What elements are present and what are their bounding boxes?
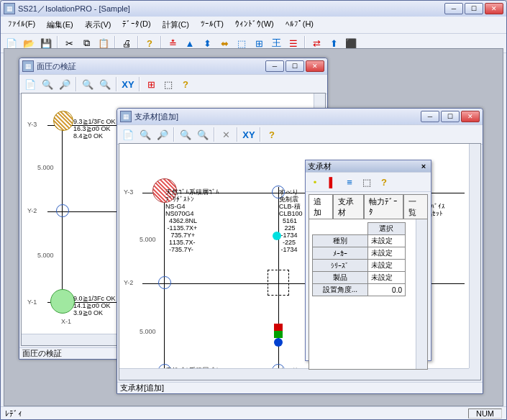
zoom-out-icon[interactable]: 🔎 — [57, 76, 73, 92]
app-icon: ▦ — [4, 3, 15, 14]
panel-scroll-v[interactable] — [416, 219, 427, 369]
panel-help-icon[interactable]: ? — [376, 174, 392, 190]
zoom-out-icon[interactable]: 🔎 — [155, 127, 170, 142]
status-num: NUM — [468, 408, 502, 419]
x1-label: X-1 — [61, 318, 71, 325]
zoom-in-icon[interactable]: 🔍 — [40, 76, 55, 92]
help-icon[interactable]: ? — [264, 127, 280, 142]
zoom-in-icon[interactable]: 🔍 — [137, 127, 153, 142]
properties-table: 選択 種別未設定 ﾒｰｶｰ未設定 ｼﾘｰｽﾞ未設定 製品未設定 設置角度...0… — [312, 222, 406, 296]
tab-bearing[interactable]: 支承材 — [333, 194, 365, 219]
menu-data[interactable]: ﾃﾞｰﾀ(D) — [118, 18, 155, 32]
cell-value[interactable]: 未設定 — [367, 235, 405, 247]
node-green — [50, 289, 75, 314]
menu-file[interactable]: ﾌｧｲﾙ(F) — [4, 18, 40, 32]
zoom-region-icon[interactable]: 🔍 — [97, 76, 113, 92]
green-square — [274, 331, 283, 338]
menu-calc[interactable]: 計算(C) — [158, 18, 193, 32]
table-row: ｼﾘｰｽﾞ未設定 — [313, 260, 406, 272]
close-button[interactable]: ✕ — [485, 3, 503, 14]
panel-toolbar: • ▌ ≡ ⬚ ? — [306, 172, 431, 192]
blue-dot — [274, 338, 283, 347]
panel-tabs: 追加 支承材 軸力ﾃﾞｰﾀ 一覧 — [306, 192, 431, 219]
panel-tool1-icon[interactable]: • — [307, 174, 323, 190]
bearing-status: 支承材[追加] — [117, 382, 483, 393]
zoom-region-icon[interactable]: 🔍 — [195, 127, 211, 142]
selection-box[interactable] — [268, 270, 289, 296]
node-circle-2 — [158, 276, 171, 289]
main-statusbar: ﾚﾃﾞｨ NUM — [1, 406, 506, 419]
yval1: 5.000 — [37, 164, 54, 171]
y1-label: Y-1 — [27, 298, 37, 306]
page-icon[interactable]: 📄 — [22, 76, 38, 92]
panel-blue-icon[interactable]: ≡ — [342, 174, 357, 190]
cell-value[interactable]: 未設定 — [367, 247, 405, 260]
red-square — [274, 324, 283, 331]
yval2: 5.000 — [140, 328, 156, 335]
zoom-fit-icon[interactable]: 🔍 — [178, 127, 193, 142]
panel-red-icon[interactable]: ▌ — [324, 174, 340, 190]
menu-edit[interactable]: 編集(E) — [42, 18, 78, 32]
scrollbar-h[interactable] — [119, 368, 469, 380]
maximize-button[interactable]: ☐ — [441, 111, 460, 122]
menu-help[interactable]: ﾍﾙﾌﾟ(H) — [281, 18, 318, 32]
main-title: SS21／IsolationPRO - [Sample] — [18, 4, 443, 14]
node1-text: 9.3≧1/3Fc OK 16.3≧σ0 OK 8.4≧0 OK — [73, 118, 116, 140]
help-icon[interactable]: ? — [178, 76, 193, 92]
cell-value[interactable]: 未設定 — [367, 260, 405, 272]
nodeB-text: すべり 免制震 CLB-積 CLB100 5161 225 -1734 -225… — [279, 188, 303, 253]
y2-label: Y-2 — [27, 207, 37, 214]
table-row: 設置角度...0.0 — [313, 284, 406, 296]
maximize-button[interactable]: ☐ — [286, 60, 304, 72]
tab-list[interactable]: 一覧 — [403, 194, 428, 219]
bearing-properties-panel[interactable]: 支承材 × • ▌ ≡ ⬚ ? 追加 支承材 軸力ﾃﾞｰﾀ 一覧 選択 種別未設… — [305, 160, 431, 361]
doc-icon: ▦ — [22, 60, 34, 72]
close-button[interactable]: ✕ — [461, 111, 480, 122]
col-select: 選択 — [367, 223, 405, 235]
node2-text: 9.0≧1/3Fc OK 14.1≧σ0 OK 3.9≧0 OK — [73, 295, 116, 316]
menu-view[interactable]: 表示(V) — [81, 18, 116, 32]
scrollbar-v[interactable] — [469, 144, 480, 368]
tab-add[interactable]: 追加 — [309, 194, 333, 219]
table-row: ﾒｰｶｰ未設定 — [313, 247, 406, 260]
cell-value[interactable]: 0.0 — [367, 284, 405, 296]
yval1: 5.000 — [140, 236, 156, 243]
panel-titlebar[interactable]: 支承材 × — [306, 160, 431, 172]
delete-icon[interactable]: ✕ — [218, 127, 234, 142]
y3-label: Y-3 — [27, 121, 37, 128]
maximize-button[interactable]: ☐ — [465, 3, 483, 14]
minimize-button[interactable]: ─ — [444, 3, 463, 14]
page-icon[interactable]: 📄 — [120, 127, 136, 142]
y3-label: Y-3 — [124, 188, 133, 196]
cell-value[interactable]: 未設定 — [367, 272, 405, 284]
close-button[interactable]: ✕ — [306, 60, 324, 72]
table-row: 種別未設定 — [313, 235, 406, 247]
pressure-toolbar: 📄 🔍 🔎 🔍 🔍 XY ⊞ ⬚ ? — [19, 74, 327, 94]
status-text: ﾚﾃﾞｨ — [5, 409, 22, 418]
node-hatched-1 — [53, 111, 73, 131]
y2-label: Y-2 — [124, 279, 133, 286]
yval2: 5.000 — [37, 252, 54, 259]
tab-axial[interactable]: 軸力ﾃﾞｰﾀ — [364, 194, 403, 219]
xy-icon[interactable]: XY — [120, 76, 136, 92]
pressure-titlebar[interactable]: ▦ 面圧の検証 ─ ☐ ✕ — [19, 58, 327, 74]
zoom-fit-icon[interactable]: 🔍 — [80, 76, 96, 92]
close-icon[interactable]: × — [419, 162, 429, 170]
bearing-toolbar: 📄 🔍 🔎 🔍 🔍 ✕ XY ? — [117, 124, 483, 145]
main-menubar: ﾌｧｲﾙ(F) 編集(E) 表示(V) ﾃﾞｰﾀ(D) 計算(C) ﾂｰﾙ(T)… — [1, 17, 506, 33]
nodeA-text: 天然ｺﾞﾑ系積層ｺﾞﾑ ﾌﾞﾘﾁﾞｽﾄﾝ NS-G4 NS070G4 4362.… — [165, 188, 219, 253]
config2-icon[interactable]: ⬚ — [160, 76, 176, 92]
minimize-button[interactable]: ─ — [421, 111, 439, 122]
bearing-titlebar[interactable]: ▦ 支承材[追加] ─ ☐ ✕ — [117, 109, 483, 124]
panel-bars-icon[interactable]: ⬚ — [359, 174, 375, 190]
config1-icon[interactable]: ⊞ — [143, 76, 159, 92]
minimize-button[interactable]: ─ — [265, 60, 284, 72]
menu-window[interactable]: ｳｨﾝﾄﾞｳ(W) — [231, 18, 278, 32]
panel-body: 選択 種別未設定 ﾒｰｶｰ未設定 ｼﾘｰｽﾞ未設定 製品未設定 設置角度...0… — [309, 219, 428, 370]
node-circle-1 — [56, 204, 69, 217]
bearing-title: 支承材[追加] — [134, 111, 419, 122]
xy-icon[interactable]: XY — [241, 127, 257, 142]
doc-icon: ▦ — [120, 111, 132, 122]
main-titlebar[interactable]: ▦ SS21／IsolationPRO - [Sample] ─ ☐ ✕ — [1, 1, 506, 17]
menu-tool[interactable]: ﾂｰﾙ(T) — [196, 18, 228, 32]
